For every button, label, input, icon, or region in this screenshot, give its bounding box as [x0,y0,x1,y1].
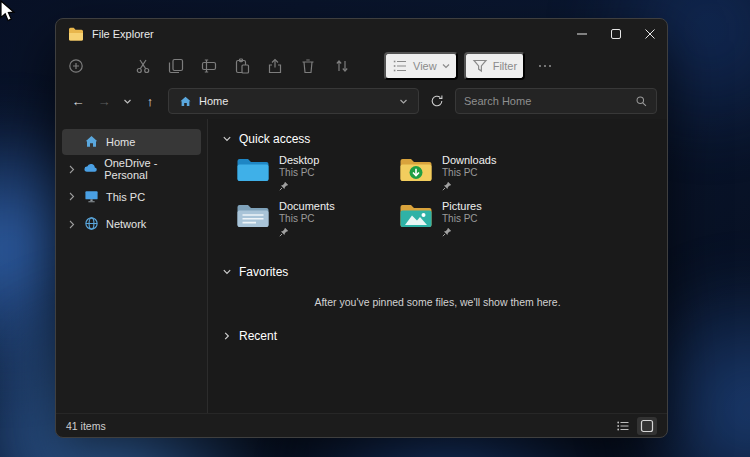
refresh-icon [430,94,444,108]
sidebar-item-onedrive[interactable]: OneDrive - Personal [62,156,201,182]
network-globe-icon [84,216,100,232]
cut-scissors-icon [135,58,151,74]
chevron-right-icon [222,331,232,341]
status-bar: 41 items [56,413,667,437]
new-plus-icon [68,58,84,74]
section-favorites[interactable]: Favorites [222,260,653,284]
section-label: Recent [239,329,277,343]
pin-icon [279,181,289,191]
close-button[interactable] [633,19,667,49]
pictures-folder-icon [399,202,433,229]
tile-name: Documents [279,200,335,213]
filter-funnel-icon [472,58,488,74]
large-icons-view-icon [640,419,654,433]
view-switcher [613,417,657,435]
content-pane: Quick access Desktop This PC [208,119,667,413]
search-box [455,88,657,114]
section-label: Quick access [239,132,310,146]
section-label: Favorites [239,265,288,279]
chevron-down-icon [442,62,450,70]
minimize-button[interactable] [565,19,599,49]
tile-text: Desktop This PC [279,154,319,191]
filter-label: Filter [493,60,517,72]
tile-desktop[interactable]: Desktop This PC [236,154,399,200]
sort-button[interactable] [326,52,358,80]
breadcrumb-location: Home [199,95,228,107]
close-icon [645,29,655,39]
new-button[interactable] [60,52,92,80]
large-icons-view-button[interactable] [637,417,657,435]
rename-icon [201,58,217,74]
tile-location: This PC [279,167,319,179]
maximize-button[interactable] [599,19,633,49]
quick-access-grid: Desktop This PC [222,151,653,250]
onedrive-cloud-icon [83,161,98,177]
sidebar-item-label: OneDrive - Personal [104,157,197,181]
desktop-wallpaper: File Explorer [0,0,750,457]
chevron-right-icon[interactable] [66,165,77,174]
recent-locations-button[interactable] [118,89,136,113]
search-input[interactable] [464,95,635,107]
back-button[interactable]: ← [66,89,90,113]
tile-text: Downloads This PC [442,154,496,191]
sidebar-item-home[interactable]: Home [62,129,201,155]
chevron-down-icon [222,267,232,277]
tile-pictures[interactable]: Pictures This PC [399,200,562,246]
sidebar-item-network[interactable]: Network [62,211,201,237]
tile-location: This PC [442,167,496,179]
filter-button[interactable]: Filter [464,52,525,80]
tile-documents[interactable]: Documents This PC [236,200,399,246]
breadcrumb[interactable]: Home [168,88,419,114]
share-button[interactable] [259,52,291,80]
view-label: View [413,60,437,72]
breadcrumb-dropdown[interactable] [399,97,408,106]
file-explorer-window: File Explorer [55,18,668,438]
details-view-button[interactable] [613,417,633,435]
minimize-icon [577,29,587,39]
tile-location: This PC [279,213,335,225]
chevron-down-icon [222,134,232,144]
navigation-pane: Home OneDrive - Personal [56,119,208,413]
favorites-empty-message: After you've pinned some files, we'll sh… [222,296,653,308]
forward-arrow-icon: → [98,94,111,109]
refresh-button[interactable] [425,89,449,113]
delete-button[interactable] [292,52,324,80]
tile-name: Downloads [442,154,496,167]
rename-button[interactable] [193,52,225,80]
items-count: 41 items [66,420,106,432]
downloads-folder-icon [399,156,433,183]
pin-icon [442,227,452,237]
view-button[interactable]: View [384,52,458,80]
chevron-right-icon[interactable] [66,220,78,229]
pin-icon [279,227,289,237]
more-button[interactable] [529,52,561,80]
tile-location: This PC [442,213,482,225]
forward-button[interactable]: → [92,89,116,113]
copy-icon [168,58,184,74]
chevron-right-icon[interactable] [66,192,78,201]
section-quick-access[interactable]: Quick access [222,127,653,151]
tile-text: Pictures This PC [442,200,482,237]
window-body: Home OneDrive - Personal [56,119,667,413]
home-icon [179,95,192,108]
sort-arrows-icon [334,58,350,74]
titlebar[interactable]: File Explorer [56,19,667,49]
monitor-icon [84,189,100,205]
paste-button[interactable] [226,52,258,80]
copy-button[interactable] [160,52,192,80]
tile-text: Documents This PC [279,200,335,237]
tile-downloads[interactable]: Downloads This PC [399,154,562,200]
view-list-icon [392,58,408,74]
window-title: File Explorer [92,28,154,40]
home-icon [84,134,100,150]
more-dots-icon [537,58,553,74]
sidebar-item-label: Home [106,136,135,148]
tile-name: Pictures [442,200,482,213]
tile-name: Desktop [279,154,319,167]
up-button[interactable]: ↑ [138,89,162,113]
sidebar-item-this-pc[interactable]: This PC [62,184,201,210]
cut-button[interactable] [127,52,159,80]
pin-icon [442,181,452,191]
desktop-folder-icon [236,156,270,183]
section-recent[interactable]: Recent [222,324,653,348]
